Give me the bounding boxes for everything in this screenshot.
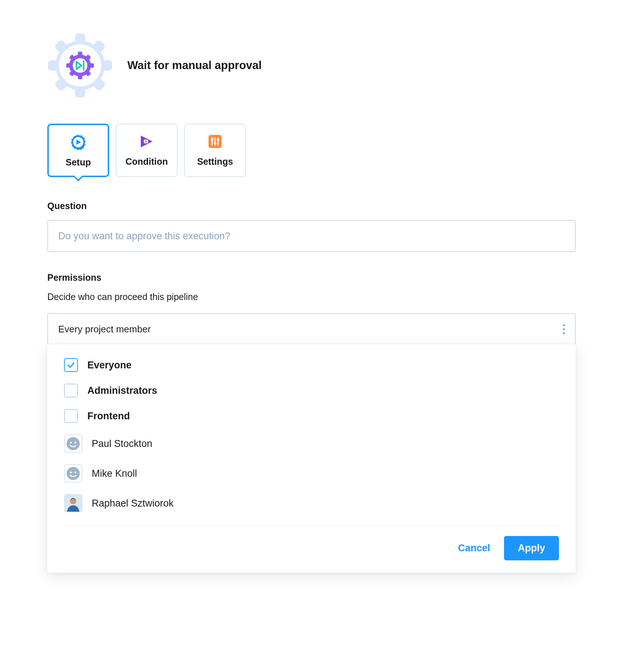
checkbox[interactable] bbox=[64, 358, 78, 372]
svg-point-35 bbox=[70, 472, 72, 473]
avatar bbox=[64, 494, 82, 512]
svg-rect-13 bbox=[66, 63, 71, 68]
apply-button[interactable]: Apply bbox=[504, 536, 559, 560]
svg-point-32 bbox=[70, 442, 72, 444]
option-label: Raphael Sztwiorok bbox=[92, 498, 174, 509]
question-input[interactable] bbox=[47, 220, 576, 252]
svg-point-31 bbox=[67, 437, 80, 450]
svg-rect-2 bbox=[75, 87, 85, 97]
svg-point-34 bbox=[67, 467, 80, 480]
checkbox[interactable] bbox=[64, 384, 78, 397]
option-label: Frontend bbox=[87, 411, 130, 422]
avatar bbox=[64, 464, 82, 483]
svg-point-38 bbox=[70, 498, 76, 504]
avatar bbox=[64, 435, 82, 453]
option-label: Mike Knoll bbox=[92, 468, 137, 479]
permission-option[interactable]: Paul Stockton bbox=[64, 429, 559, 459]
dropdown-actions: Cancel Apply bbox=[64, 526, 559, 573]
svg-point-30 bbox=[217, 139, 219, 141]
header: Wait for manual approval bbox=[47, 33, 576, 98]
svg-point-33 bbox=[75, 442, 76, 444]
permissions-select-value: Every project member bbox=[58, 324, 151, 335]
condition-icon: IF bbox=[139, 132, 155, 151]
permission-option[interactable]: Mike Knoll bbox=[64, 459, 559, 488]
permission-option[interactable]: Frontend bbox=[64, 403, 559, 429]
tab-label: Setup bbox=[66, 157, 91, 168]
svg-rect-1 bbox=[75, 33, 85, 44]
option-label: Paul Stockton bbox=[92, 438, 152, 449]
tab-settings[interactable]: Settings bbox=[184, 124, 246, 177]
tab-label: Settings bbox=[197, 156, 233, 167]
permission-option[interactable]: Raphael Sztwiorok bbox=[64, 488, 559, 518]
svg-point-29 bbox=[214, 142, 217, 145]
option-label: Administrators bbox=[87, 385, 157, 396]
question-label: Question bbox=[47, 201, 576, 211]
more-icon bbox=[563, 324, 565, 334]
tab-label: Condition bbox=[126, 156, 168, 167]
tab-condition[interactable]: IF Condition bbox=[116, 124, 178, 177]
cancel-button[interactable]: Cancel bbox=[458, 543, 490, 554]
gear-icon bbox=[47, 33, 113, 98]
option-label: Everyone bbox=[87, 360, 132, 371]
page-title: Wait for manual approval bbox=[127, 59, 262, 72]
settings-icon bbox=[207, 132, 223, 151]
permissions-select[interactable]: Every project member bbox=[47, 313, 576, 345]
permission-option[interactable]: Everyone bbox=[64, 352, 559, 378]
svg-rect-4 bbox=[101, 60, 112, 71]
svg-rect-3 bbox=[48, 60, 59, 71]
setup-icon bbox=[70, 133, 86, 151]
svg-text:IF: IF bbox=[144, 140, 147, 143]
permissions-desc: Decide who can proceed this pipeline bbox=[47, 292, 576, 302]
tab-setup[interactable]: Setup bbox=[47, 124, 109, 177]
permissions-dropdown: Everyone Administrators Frontend Paul St… bbox=[47, 344, 576, 573]
svg-rect-11 bbox=[78, 52, 82, 57]
svg-rect-12 bbox=[78, 74, 82, 79]
svg-point-28 bbox=[211, 139, 214, 141]
svg-point-36 bbox=[75, 472, 76, 473]
svg-rect-14 bbox=[89, 63, 94, 68]
checkbox[interactable] bbox=[64, 409, 78, 423]
permissions-label: Permissions bbox=[47, 272, 576, 283]
permission-option[interactable]: Administrators bbox=[64, 378, 559, 403]
tabs: Setup IF Condition bbox=[47, 124, 576, 177]
check-icon bbox=[67, 361, 75, 369]
